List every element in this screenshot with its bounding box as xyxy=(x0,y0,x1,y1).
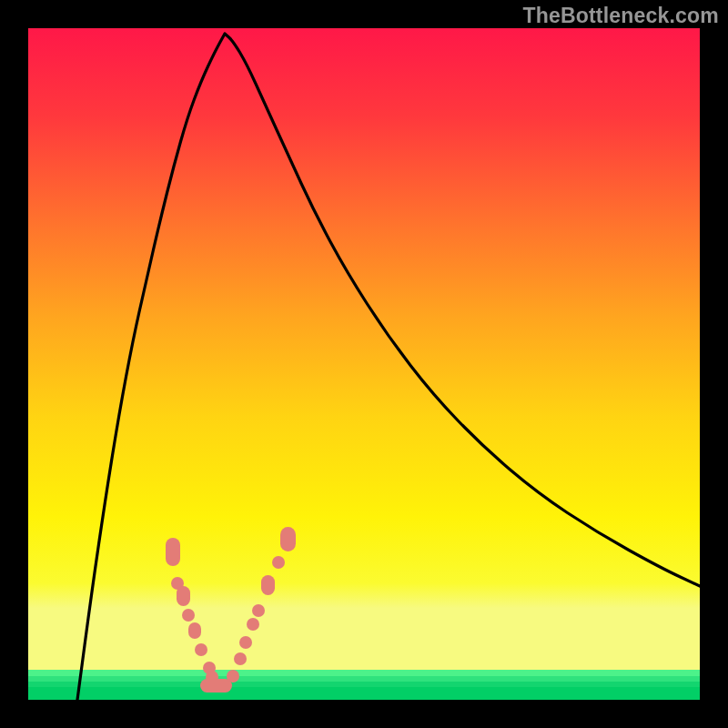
data-marker xyxy=(280,527,296,551)
data-marker xyxy=(188,622,201,639)
data-marker xyxy=(182,609,195,622)
watermark-text: TheBottleneck.com xyxy=(522,4,719,28)
data-marker xyxy=(195,643,207,656)
curve-layer xyxy=(28,28,700,700)
outer-frame: TheBottleneck.com xyxy=(0,0,728,728)
data-marker xyxy=(252,604,265,617)
data-marker xyxy=(166,538,180,566)
data-marker xyxy=(200,679,232,693)
data-marker xyxy=(261,575,275,595)
v-curve xyxy=(77,34,700,700)
data-marker xyxy=(247,618,259,631)
data-marker xyxy=(239,636,252,649)
data-marker xyxy=(272,556,285,569)
data-marker xyxy=(177,586,190,606)
data-marker xyxy=(227,670,239,682)
data-marker xyxy=(234,652,247,665)
plot-area xyxy=(28,28,700,700)
